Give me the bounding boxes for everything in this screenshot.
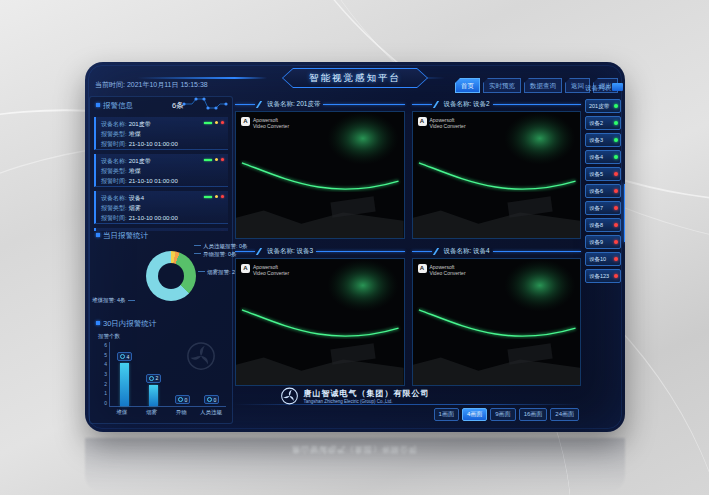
video-panel-title: 设备名称: 设备4 xyxy=(444,247,490,256)
nav-button[interactable]: 首页 xyxy=(455,78,480,93)
video-frame: A Apowersoft Video Converter xyxy=(412,258,582,386)
alarm-time-row: 报警时间:21-10-10 00:00:00 xyxy=(101,213,224,223)
video-panel[interactable]: 设备名称: 设备2 A Apowersoft Video Converter xyxy=(412,98,582,239)
slash-decor-icon xyxy=(256,101,266,108)
slash-decor-icon xyxy=(432,248,442,255)
watermark-text: Apowersoft Video Converter xyxy=(430,117,466,129)
company-brand: 唐山智诚电气（集团）有限公司 Tangshan Zhicheng Electri… xyxy=(281,387,430,405)
video-frame: A Apowersoft Video Converter xyxy=(235,111,405,239)
video-feed xyxy=(413,112,581,238)
device-list-item[interactable]: 设备4 xyxy=(585,150,621,164)
device-list-item[interactable]: 设备7 xyxy=(585,201,621,215)
current-time: 当前时间: 2021年10月11日 15:15:38 xyxy=(95,80,208,90)
bar-category-label: 烟雾 xyxy=(137,409,166,416)
bar-category-label: 异物 xyxy=(167,409,196,416)
device-list-item[interactable]: 设备10 xyxy=(585,252,621,266)
header-line xyxy=(493,251,581,252)
apowersoft-logo-icon: A xyxy=(418,264,427,273)
green-led-icon xyxy=(204,122,212,124)
alarm-panel: 报警信息 6条 设备名称:201皮带 报警类型:堆煤 报警时间:21-10-10… xyxy=(89,96,233,424)
alarm-type-row: 报警类型:烟雾 xyxy=(101,203,224,213)
apowersoft-logo-icon: A xyxy=(241,117,250,126)
donut-label: 堆煤报警: 4条 xyxy=(92,297,137,304)
red-led-icon xyxy=(221,121,224,124)
device-status-dot xyxy=(614,121,618,125)
alarm-status-leds xyxy=(204,121,224,124)
slash-decor-icon xyxy=(256,248,266,255)
today-stats-title: 当日报警统计 xyxy=(96,231,148,241)
video-panel-title: 设备名称: 201皮带 xyxy=(267,100,320,109)
layout-button[interactable]: 9画面 xyxy=(490,408,515,421)
device-list-item[interactable]: 设备2 xyxy=(585,116,621,130)
bar: 4 xyxy=(111,342,139,406)
red-led-icon xyxy=(221,158,224,161)
video-frame: A Apowersoft Video Converter xyxy=(412,111,582,239)
watermark-text: Apowersoft Video Converter xyxy=(430,264,466,276)
header-line xyxy=(235,104,255,105)
bar-chart-yaxis: 6543210 xyxy=(98,342,109,406)
video-panel[interactable]: 设备名称: 设备4 A Apowersoft Video Converter xyxy=(412,245,582,386)
device-status-dot xyxy=(614,206,618,210)
video-panel-header: 设备名称: 201皮带 xyxy=(235,98,405,110)
alarm-card[interactable]: 设备名称:201皮带 报警类型:堆煤 报警时间:21-10-10 01:00:0… xyxy=(94,154,228,187)
nav-button[interactable]: 实时预览 xyxy=(483,78,521,93)
alarm-card[interactable]: 设备名称:设备4 报警类型:烟雾 报警时间:21-10-10 00:00:00 xyxy=(94,191,228,224)
dashboard-screen: 当前时间: 2021年10月11日 15:15:38 智能视觉感知平台 首页实时… xyxy=(85,62,625,432)
video-feed xyxy=(236,112,404,238)
bullet-icon xyxy=(96,233,100,237)
video-watermark: A Apowersoft Video Converter xyxy=(418,117,466,129)
layout-button[interactable]: 4画面 xyxy=(462,408,487,421)
header-line xyxy=(323,104,404,105)
alarm-panel-title: 报警信息 xyxy=(103,101,133,110)
red-led-icon xyxy=(221,195,224,198)
yellow-led-icon xyxy=(215,121,218,124)
apowersoft-logo-icon: A xyxy=(418,117,427,126)
video-panel[interactable]: 设备名称: 设备3 A Apowersoft Video Converter xyxy=(235,245,405,386)
device-status-dot xyxy=(614,189,618,193)
device-list-item[interactable]: 设备9 xyxy=(585,235,621,249)
alarm-type-row: 报警类型:堆煤 xyxy=(101,166,224,176)
video-feed xyxy=(236,259,404,385)
device-list-item[interactable]: 设备5 xyxy=(585,167,621,181)
device-list-item[interactable]: 设备6 xyxy=(585,184,621,198)
video-panel[interactable]: 设备名称: 201皮带 A Apowersoft Video Converte xyxy=(235,98,405,239)
layout-button[interactable]: 24画面 xyxy=(550,408,579,421)
page-title-frame: 智能视觉感知平台 xyxy=(282,68,428,88)
device-list-item[interactable]: 设备3 xyxy=(585,133,621,147)
alarm-time-row: 报警时间:21-10-10 01:00:00 xyxy=(101,139,224,149)
donut-label: 异物报警: 0条 xyxy=(194,251,237,258)
device-list-item[interactable]: 设备123 xyxy=(585,269,621,283)
video-panel-title: 设备名称: 设备3 xyxy=(267,247,313,256)
device-status-dot xyxy=(614,155,618,159)
header-decor-line xyxy=(137,77,267,79)
page-title: 智能视觉感知平台 xyxy=(283,69,427,87)
green-led-icon xyxy=(204,159,212,161)
device-list-tab[interactable] xyxy=(612,83,623,91)
header-line xyxy=(493,104,581,105)
company-name-en: Tangshan Zhicheng Electric (Group) Co.,L… xyxy=(304,399,430,404)
device-status-dot xyxy=(614,172,618,176)
layout-button[interactable]: 16画面 xyxy=(519,408,548,421)
nav-button[interactable]: 数据查询 xyxy=(524,78,562,93)
device-list-item[interactable]: 设备8 xyxy=(585,218,621,232)
device-status-dot xyxy=(614,104,618,108)
yellow-led-icon xyxy=(215,195,218,198)
device-list-item[interactable]: 201皮带 xyxy=(585,99,621,113)
apowersoft-logo-icon: A xyxy=(241,264,250,273)
layout-button[interactable]: 1画面 xyxy=(434,408,459,421)
video-watermark: A Apowersoft Video Converter xyxy=(241,117,289,129)
bullet-icon xyxy=(96,103,100,107)
video-watermark: A Apowersoft Video Converter xyxy=(241,264,289,276)
header-line xyxy=(235,251,255,252)
alarm-type-row: 报警类型:堆煤 xyxy=(101,129,224,139)
alarm-list: 设备名称:201皮带 报警类型:堆煤 报警时间:21-10-10 01:00:0… xyxy=(94,117,228,231)
alarm-card[interactable]: 设备名称:201皮带 报警类型:堆煤 报警时间:21-10-10 01:00:0… xyxy=(94,117,228,150)
bar-category-label: 堆煤 xyxy=(108,409,137,416)
alarm-status-leds xyxy=(204,158,224,161)
bar: 2 xyxy=(140,342,168,406)
donut-hole xyxy=(158,263,184,289)
device-list: 201皮带 设备2 设备3 设备4 设备5 设备6 设备7 设备 xyxy=(585,99,621,283)
scroll-indicator[interactable] xyxy=(624,184,625,242)
video-panel-title: 设备名称: 设备2 xyxy=(444,100,490,109)
device-list-panel: 设备列表 201皮带 设备2 设备3 设备4 设备5 设备6 xyxy=(585,84,621,426)
